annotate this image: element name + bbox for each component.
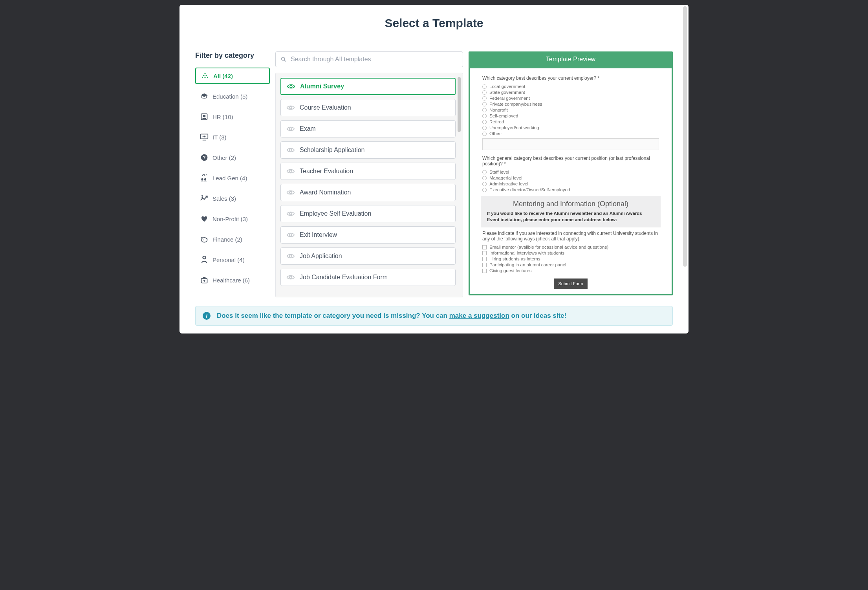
template-label: Exam bbox=[300, 125, 316, 132]
checkbox-icon bbox=[482, 263, 487, 267]
nonprofit-icon bbox=[200, 215, 209, 222]
category-item-hr[interactable]: HR (10) bbox=[195, 108, 270, 125]
category-item-healthcare[interactable]: Healthcare (6) bbox=[195, 272, 270, 288]
category-item-nonprofit[interactable]: Non-Profit (3) bbox=[195, 211, 270, 227]
category-item-all[interactable]: All (42) bbox=[195, 68, 270, 84]
svg-point-13 bbox=[201, 178, 203, 180]
category-label: HR (10) bbox=[212, 114, 233, 120]
preview-radio-option[interactable]: Administrative level bbox=[482, 181, 659, 186]
radio-icon bbox=[482, 120, 487, 124]
preview-radio-option[interactable]: Other: bbox=[482, 131, 659, 136]
preview-q1-label: Which category best describes your curre… bbox=[482, 75, 659, 81]
preview-radio-option[interactable]: Local government bbox=[482, 84, 659, 89]
checkbox-icon bbox=[482, 245, 487, 249]
preview-radio-option[interactable]: Federal government bbox=[482, 96, 659, 101]
template-label: Exit Interview bbox=[300, 231, 337, 238]
make-suggestion-link[interactable]: make a suggestion bbox=[449, 312, 509, 319]
category-label: Healthcare (6) bbox=[212, 277, 250, 284]
svg-point-3 bbox=[202, 77, 203, 78]
category-label: Other (2) bbox=[212, 154, 236, 161]
leadgen-icon bbox=[200, 174, 209, 181]
template-item[interactable]: Scholarship Application bbox=[280, 141, 456, 159]
template-label: Job Candidate Evaluation Form bbox=[300, 274, 388, 281]
svg-point-10 bbox=[203, 136, 205, 137]
preview-eye-icon[interactable] bbox=[286, 274, 295, 280]
sales-icon: $ bbox=[200, 195, 209, 202]
radio-icon bbox=[482, 108, 487, 112]
preview-other-text-input[interactable] bbox=[482, 138, 659, 150]
preview-checkbox-option[interactable]: Participating in an alumni career panel bbox=[482, 262, 659, 267]
modal-scrollbar[interactable] bbox=[683, 6, 687, 332]
category-item-leadgen[interactable]: Lead Gen (4) bbox=[195, 170, 270, 186]
search-input[interactable] bbox=[291, 56, 458, 63]
preview-eye-icon[interactable] bbox=[286, 147, 295, 153]
preview-submit-button[interactable]: Submit Form bbox=[554, 279, 588, 289]
preview-checkbox-option[interactable]: Hiring students as interns bbox=[482, 257, 659, 261]
preview-eye-icon[interactable] bbox=[286, 104, 295, 111]
category-item-sales[interactable]: $Sales (3) bbox=[195, 190, 270, 207]
template-item[interactable]: Job Candidate Evaluation Form bbox=[280, 269, 456, 286]
svg-point-0 bbox=[204, 73, 205, 74]
preview-eye-icon[interactable] bbox=[286, 211, 295, 217]
svg-point-28 bbox=[289, 191, 292, 194]
svg-point-17 bbox=[201, 237, 202, 238]
template-item[interactable]: Job Application bbox=[280, 247, 456, 265]
preview-radio-option[interactable]: Self-employed bbox=[482, 114, 659, 118]
preview-radio-option[interactable]: State government bbox=[482, 90, 659, 95]
category-item-it[interactable]: IT (3) bbox=[195, 129, 270, 145]
preview-checkbox-option[interactable]: Giving guest lectures bbox=[482, 268, 659, 273]
hr-icon bbox=[200, 113, 209, 121]
category-label: Sales (3) bbox=[212, 195, 236, 202]
svg-point-5 bbox=[207, 77, 208, 78]
preview-radio-option[interactable]: Private company/business bbox=[482, 102, 659, 106]
radio-icon bbox=[482, 90, 487, 95]
page-title: Select a Template bbox=[195, 16, 673, 30]
preview-radio-option[interactable]: Unemployed/not working bbox=[482, 125, 659, 130]
category-sidebar: Filter by category All (42)Education (5)… bbox=[195, 51, 270, 292]
preview-eye-icon[interactable] bbox=[286, 253, 295, 259]
svg-point-21 bbox=[282, 57, 285, 60]
category-label: Finance (2) bbox=[212, 236, 242, 243]
template-item[interactable]: Employee Self Evaluation bbox=[280, 205, 456, 222]
radio-icon bbox=[482, 114, 487, 118]
template-item[interactable]: Exam bbox=[280, 120, 456, 137]
preview-eye-icon[interactable] bbox=[286, 168, 295, 174]
template-item[interactable]: Teacher Evaluation bbox=[280, 163, 456, 180]
svg-point-30 bbox=[289, 234, 292, 236]
preview-radio-option[interactable]: Retired bbox=[482, 119, 659, 124]
preview-mentor-title: Mentoring and Information (Optional) bbox=[487, 200, 654, 208]
preview-checkbox-option[interactable]: Email mentor (avalible for ocassional ad… bbox=[482, 245, 659, 249]
svg-point-19 bbox=[203, 256, 205, 259]
preview-checkbox-option[interactable]: Informational interviews with students bbox=[482, 251, 659, 255]
preview-radio-option[interactable]: Executive director/Owner/Self-employed bbox=[482, 187, 659, 192]
education-icon bbox=[200, 93, 209, 100]
template-list-scrollbar[interactable] bbox=[458, 77, 461, 132]
radio-icon bbox=[482, 188, 487, 192]
preview-q2-label: Which general category best describes yo… bbox=[482, 156, 659, 167]
template-item[interactable]: Course Evaluation bbox=[280, 99, 456, 116]
preview-radio-option[interactable]: Managerial level bbox=[482, 176, 659, 180]
category-item-other[interactable]: ?Other (2) bbox=[195, 149, 270, 166]
search-box[interactable] bbox=[275, 51, 463, 67]
template-item[interactable]: Award Nomination bbox=[280, 184, 456, 201]
category-label: Lead Gen (4) bbox=[212, 175, 247, 181]
svg-point-27 bbox=[289, 170, 292, 172]
template-item[interactable]: Exit Interview bbox=[280, 226, 456, 244]
search-icon bbox=[280, 56, 287, 62]
category-item-finance[interactable]: Finance (2) bbox=[195, 231, 270, 247]
preview-eye-icon[interactable] bbox=[286, 126, 295, 132]
category-item-education[interactable]: Education (5) bbox=[195, 88, 270, 104]
category-label: Non-Profit (3) bbox=[212, 216, 248, 222]
radio-icon bbox=[482, 126, 487, 130]
preview-eye-icon[interactable] bbox=[286, 189, 295, 196]
preview-radio-option[interactable]: Staff level bbox=[482, 170, 659, 174]
template-item[interactable]: Alumni Survey bbox=[280, 78, 456, 95]
preview-eye-icon[interactable] bbox=[286, 232, 295, 238]
template-label: Alumni Survey bbox=[300, 83, 344, 90]
category-item-personal[interactable]: Personal (4) bbox=[195, 251, 270, 268]
checkbox-icon bbox=[482, 269, 487, 273]
template-label: Teacher Evaluation bbox=[300, 168, 353, 175]
modal-scrollbar-thumb[interactable] bbox=[683, 6, 687, 267]
preview-radio-option[interactable]: Nonprofit bbox=[482, 108, 659, 112]
preview-eye-icon[interactable] bbox=[287, 83, 295, 90]
